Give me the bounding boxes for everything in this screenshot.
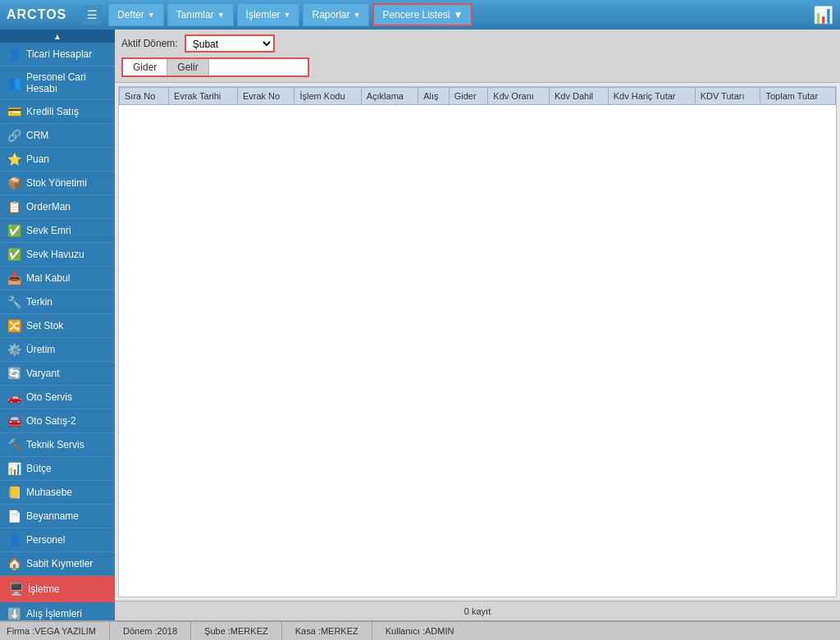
sidebar-item-varyant[interactable]: 🔄Varyant [0, 362, 115, 386]
sidebar-item-butce[interactable]: 📊Bütçe [0, 457, 115, 481]
col-toplam-tutar: Toplam Tutar [760, 88, 836, 105]
sidebar-label-set-stok: Set Stok [26, 320, 63, 331]
teknik-servis-icon: 🔨 [7, 438, 21, 451]
sidebar-item-terkin[interactable]: 🔧Terkin [0, 290, 115, 314]
kredili-satis-icon: 💳 [7, 105, 21, 118]
footer-donem: Dönem :2018 [110, 622, 191, 640]
sidebar-label-teknik-servis: Teknik Servis [26, 439, 84, 450]
top-bar: ARCTOS ☰ Defter ▼ Tanımlar ▼ İşlemler ▼ … [0, 0, 840, 30]
chevron-down-icon: ▼ [354, 11, 361, 19]
col-sıra-no: Sıra No [120, 88, 169, 105]
sidebar-item-muhasebe[interactable]: 📒Muhasebe [0, 481, 115, 505]
footer-sube: Şube :MERKEZ [191, 622, 282, 640]
sidebar-label-kredili-satis: Kredili Satış [26, 106, 79, 117]
table-container: Sıra NoEvrak TarihiEvrak Noİşlem KoduAçı… [118, 86, 837, 597]
sidebar-item-isletme[interactable]: 🖥️İşletme [0, 576, 115, 602]
sidebar-item-oto-servis[interactable]: 🚗Oto Servis [0, 386, 115, 409]
tabs-row: Gider Gelir [121, 57, 309, 77]
sevk-havuzu-icon: ✅ [7, 248, 21, 261]
top-menu: Defter ▼ Tanımlar ▼ İşlemler ▼ Raporlar … [108, 3, 474, 26]
footer-kullanici: Kullanıcı :ADMIN [372, 622, 468, 640]
footer: Firma :VEGA YAZILIM Dönem :2018 Şube :ME… [0, 620, 840, 640]
sidebar-label-puan: Puan [26, 153, 49, 165]
menu-tanimlar[interactable]: Tanımlar ▼ [167, 3, 234, 26]
oto-servis-icon: 🚗 [7, 391, 21, 404]
sidebar-item-kredili-satis[interactable]: 💳Kredili Satış [0, 100, 115, 124]
sidebar-label-oto-satis-2: Oto Satış-2 [26, 415, 76, 427]
col-evrak-no: Evrak No [237, 88, 294, 105]
col-açıklama: Açıklama [361, 88, 418, 105]
sidebar-item-personel[interactable]: 👤Personel [0, 528, 115, 552]
sidebar-item-crm[interactable]: 🔗CRM [0, 124, 115, 148]
col-i̇şlem-kodu: İşlem Kodu [294, 88, 361, 105]
sidebar-label-butce: Bütçe [26, 463, 52, 474]
menu-islemler[interactable]: İşlemler ▼ [237, 3, 300, 26]
butce-icon: 📊 [7, 462, 21, 475]
sidebar-label-beyanname: Beyanname [26, 510, 79, 522]
sidebar-item-alis-islemleri[interactable]: ⬇️Alış İşlemleri [0, 602, 115, 620]
sidebar-label-sevk-havuzu: Sevk Havuzu [26, 249, 84, 260]
sidebar-item-sevk-emri[interactable]: ✅Sevk Emri [0, 219, 115, 243]
top-bar-right: 📊 [813, 5, 833, 25]
sidebar: ▲ 👤Ticari Hesaplar👥Personel Cari Hesabı💳… [0, 30, 115, 620]
chevron-down-icon: ▼ [453, 9, 463, 21]
puan-icon: ⭐ [7, 153, 21, 166]
oto-satis-2-icon: 🚘 [7, 414, 21, 427]
personel-icon: 👤 [7, 533, 21, 546]
chevron-down-icon: ▼ [217, 11, 225, 19]
stok-yonetimi-icon: 📦 [7, 176, 21, 190]
tab-search-input[interactable] [209, 59, 308, 75]
sidebar-item-ticari-hesaplar[interactable]: 👤Ticari Hesaplar [0, 43, 115, 66]
hamburger-button[interactable]: ☰ [82, 5, 102, 25]
sidebar-label-ticari-hesaplar: Ticari Hesaplar [26, 48, 92, 60]
sidebar-item-puan[interactable]: ⭐Puan [0, 148, 115, 171]
record-count-bar: 0 kayıt [115, 601, 840, 620]
period-select[interactable]: OcakŞubatMartNisanMayısHaziranTemmuzAğus… [185, 34, 275, 53]
toolbar-area: Aktif Dönem: OcakŞubatMartNisanMayısHazi… [115, 30, 840, 83]
footer-kasa: Kasa :MERKEZ [282, 622, 372, 640]
sidebar-item-mal-kabul[interactable]: 📥Mal Kabul [0, 267, 115, 290]
col-gider: Gider [449, 88, 488, 105]
sidebar-item-oto-satis-2[interactable]: 🚘Oto Satış-2 [0, 409, 115, 433]
sidebar-item-set-stok[interactable]: 🔀Set Stok [0, 314, 115, 338]
chart-icon: 📊 [813, 5, 833, 25]
sidebar-label-personel: Personel [26, 534, 65, 546]
orderman-icon: 📋 [7, 200, 21, 213]
main-layout: ▲ 👤Ticari Hesaplar👥Personel Cari Hesabı💳… [0, 30, 840, 620]
menu-pencere-listesi[interactable]: Pencere Listesi ▼ [372, 3, 472, 26]
personel-cari-hesabi-icon: 👥 [7, 76, 21, 89]
sidebar-label-terkin: Terkin [26, 296, 52, 308]
sidebar-label-alis-islemleri: Alış İşlemleri [26, 608, 82, 619]
col-evrak-tarihi: Evrak Tarihi [169, 88, 238, 105]
col-kdv-dahil: Kdv Dahil [549, 88, 608, 105]
sidebar-item-beyanname[interactable]: 📄Beyanname [0, 505, 115, 528]
sidebar-item-orderman[interactable]: 📋OrderMan [0, 195, 115, 219]
tab-gelir[interactable]: Gelir [167, 59, 208, 75]
table-header-row: Sıra NoEvrak TarihiEvrak Noİşlem KoduAçı… [120, 88, 836, 105]
sidebar-item-uretim[interactable]: ⚙️Üretim [0, 338, 115, 362]
ticari-hesaplar-icon: 👤 [7, 48, 21, 61]
footer-firma: Firma :VEGA YAZILIM [7, 622, 110, 640]
sevk-emri-icon: ✅ [7, 224, 21, 237]
sidebar-item-stok-yonetimi[interactable]: 📦Stok Yönetimi [0, 171, 115, 195]
sidebar-label-sabit-kiymetler: Sabit Kıymetler [26, 558, 93, 569]
sidebar-label-uretim: Üretim [26, 344, 55, 355]
menu-raporlar[interactable]: Raporlar ▼ [303, 3, 369, 26]
tab-gider[interactable]: Gider [123, 59, 167, 75]
set-stok-icon: 🔀 [7, 319, 21, 332]
sidebar-item-sabit-kiymetler[interactable]: 🏠Sabit Kıymetler [0, 552, 115, 576]
col-kdv-tutarı: KDV Tutarı [695, 88, 760, 105]
sidebar-item-teknik-servis[interactable]: 🔨Teknik Servis [0, 433, 115, 457]
sidebar-item-sevk-havuzu[interactable]: ✅Sevk Havuzu [0, 243, 115, 267]
menu-defter[interactable]: Defter ▼ [108, 3, 164, 26]
sidebar-item-personel-cari-hesabi[interactable]: 👥Personel Cari Hesabı [0, 66, 115, 100]
data-table: Sıra NoEvrak TarihiEvrak Noİşlem KoduAçı… [119, 87, 836, 105]
sabit-kiymetler-icon: 🏠 [7, 557, 21, 570]
sidebar-label-stok-yonetimi: Stok Yönetimi [26, 177, 87, 189]
sidebar-label-sevk-emri: Sevk Emri [26, 225, 71, 236]
col-kdv-hariç-tutar: Kdv Hariç Tutar [608, 88, 695, 105]
col-alış: Alış [418, 88, 449, 105]
sidebar-scroll-up-btn[interactable]: ▲ [0, 30, 115, 43]
sidebar-label-mal-kabul: Mal Kabul [26, 272, 70, 284]
muhasebe-icon: 📒 [7, 486, 21, 499]
